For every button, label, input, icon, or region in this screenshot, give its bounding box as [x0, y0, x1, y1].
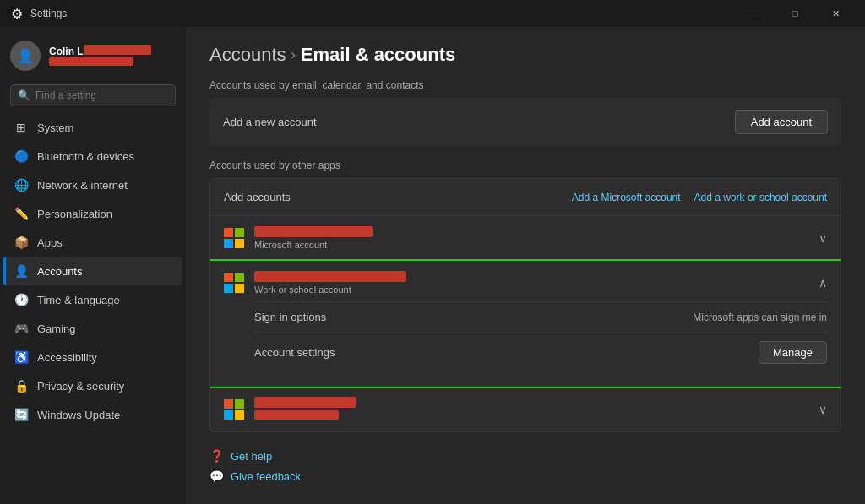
account-settings-label: Account settings	[254, 346, 759, 359]
email-section-label: Accounts used by email, calendar, and co…	[209, 79, 841, 91]
titlebar: ⚙ Settings ─ □ ✕	[0, 0, 865, 27]
accessibility-icon: ♿	[14, 350, 29, 365]
account-item-work[interactable]: Work or school account ∧ Sign in options…	[210, 261, 841, 387]
account-details	[254, 397, 819, 421]
sidebar-item-time[interactable]: 🕐 Time & language	[3, 285, 182, 314]
user-info: Colin L	[49, 45, 151, 68]
chevron-down-icon: ∨	[819, 403, 827, 416]
sidebar-item-system[interactable]: ⊞ System	[3, 113, 182, 142]
sidebar-item-label: Personalization	[37, 208, 112, 220]
sidebar-item-accessibility[interactable]: ♿ Accessibility	[3, 343, 182, 371]
account-details: Work or school account	[254, 271, 819, 295]
privacy-icon: 🔒	[14, 378, 29, 393]
breadcrumb: Accounts › Email & accounts	[209, 44, 841, 66]
account-name	[254, 271, 819, 285]
content-area: Accounts › Email & accounts Accounts use…	[186, 27, 865, 504]
avatar: 👤	[10, 41, 41, 71]
add-account-card: Add a new account Add account	[209, 98, 841, 146]
account-name	[254, 397, 819, 410]
sidebar-item-bluetooth[interactable]: 🔵 Bluetooth & devices	[3, 142, 182, 171]
microsoft-logo	[224, 273, 244, 293]
update-icon: 🔄	[14, 407, 29, 422]
sidebar-item-label: Accessibility	[37, 351, 97, 364]
add-accounts-label: Add accounts	[224, 191, 572, 203]
add-account-button[interactable]: Add account	[735, 110, 828, 134]
microsoft-logo	[224, 228, 244, 248]
sign-in-options-label: Sign in options	[254, 311, 693, 323]
sidebar-item-personalization[interactable]: ✏️ Personalization	[3, 199, 182, 228]
account-row: Work or school account ∧	[224, 271, 827, 295]
sidebar-item-accounts[interactable]: 👤 Accounts	[3, 257, 182, 285]
accounts-list: Add accounts Add a Microsoft account Add…	[209, 178, 841, 432]
account-item-microsoft-1[interactable]: Microsoft account ∨	[210, 216, 841, 261]
sidebar-item-privacy[interactable]: 🔒 Privacy & security	[3, 371, 182, 400]
feedback-icon: 💬	[209, 469, 224, 483]
account-row: Microsoft account ∨	[224, 226, 827, 250]
sidebar-item-label: Privacy & security	[37, 380, 124, 393]
help-icon: ❓	[209, 449, 224, 463]
account-type: Work or school account	[254, 285, 819, 295]
settings-icon: ⚙	[10, 7, 24, 20]
sidebar-item-label: Windows Update	[37, 409, 120, 421]
breadcrumb-separator: ›	[291, 47, 296, 62]
chevron-down-icon: ∨	[819, 231, 827, 245]
breadcrumb-current: Email & accounts	[301, 44, 455, 66]
sidebar-item-network[interactable]: 🌐 Network & internet	[3, 171, 182, 199]
account-type: Microsoft account	[254, 240, 819, 250]
sidebar-item-label: Network & internet	[37, 179, 128, 192]
give-feedback-label: Give feedback	[231, 470, 301, 483]
sidebar-item-gaming[interactable]: 🎮 Gaming	[3, 314, 182, 343]
microsoft-logo	[224, 399, 244, 420]
breadcrumb-parent[interactable]: Accounts	[209, 44, 286, 66]
user-email	[49, 57, 151, 68]
account-name	[254, 226, 819, 240]
chevron-up-icon: ∧	[819, 276, 827, 290]
account-row: ∨	[224, 397, 827, 421]
sidebar-item-label: Time & language	[37, 294, 120, 306]
time-icon: 🕐	[14, 292, 29, 307]
network-icon: 🌐	[14, 177, 29, 192]
search-icon: 🔍	[18, 89, 30, 101]
sidebar-item-label: Accounts	[37, 265, 82, 278]
main-layout: 👤 Colin L 🔍 ⊞ System 🔵 Bluetooth & devic…	[0, 27, 865, 504]
get-help-label: Get help	[231, 450, 272, 463]
sign-in-options-row: Sign in options Microsoft apps can sign …	[254, 301, 827, 332]
sidebar-item-apps[interactable]: 📦 Apps	[3, 228, 182, 257]
user-profile[interactable]: 👤 Colin L	[0, 27, 186, 81]
manage-button[interactable]: Manage	[759, 341, 827, 364]
window-controls: ─ □ ✕	[735, 0, 855, 27]
close-button[interactable]: ✕	[816, 0, 855, 27]
other-apps-section-label: Accounts used by other apps	[209, 160, 841, 171]
account-settings-row: Account settings Manage	[254, 332, 827, 372]
search-input[interactable]	[35, 89, 168, 101]
accounts-header-row: Add accounts Add a Microsoft account Add…	[210, 179, 841, 216]
sign-in-options-value: Microsoft apps can sign me in	[693, 312, 827, 323]
apps-icon: 📦	[14, 235, 29, 250]
minimize-button[interactable]: ─	[735, 0, 774, 27]
user-name: Colin L	[49, 45, 151, 57]
sidebar-item-update[interactable]: 🔄 Windows Update	[3, 400, 182, 429]
sidebar-item-label: Apps	[37, 236, 63, 249]
bluetooth-icon: 🔵	[14, 149, 29, 164]
sidebar-item-label: System	[37, 122, 73, 134]
personalization-icon: ✏️	[14, 206, 29, 221]
add-work-link[interactable]: Add a work or school account	[694, 192, 827, 203]
sidebar-item-label: Bluetooth & devices	[37, 150, 134, 163]
account-item-microsoft-2[interactable]: ∨	[210, 387, 841, 431]
sidebar: 👤 Colin L 🔍 ⊞ System 🔵 Bluetooth & devic…	[0, 27, 186, 504]
system-icon: ⊞	[14, 120, 29, 135]
add-microsoft-link[interactable]: Add a Microsoft account	[572, 192, 681, 203]
bottom-links: ❓ Get help 💬 Give feedback	[209, 449, 841, 483]
accounts-icon: 👤	[14, 263, 29, 279]
gaming-icon: 🎮	[14, 321, 29, 336]
titlebar-title: Settings	[30, 8, 67, 19]
expanded-content: Sign in options Microsoft apps can sign …	[224, 295, 827, 376]
account-links: Add a Microsoft account Add a work or sc…	[572, 192, 827, 203]
sidebar-item-label: Gaming	[37, 322, 76, 335]
search-box[interactable]: 🔍	[10, 84, 176, 106]
give-feedback-link[interactable]: 💬 Give feedback	[209, 469, 841, 483]
add-new-account-label: Add a new account	[223, 116, 735, 128]
get-help-link[interactable]: ❓ Get help	[209, 449, 841, 463]
account-type	[254, 410, 819, 421]
maximize-button[interactable]: □	[775, 0, 814, 27]
